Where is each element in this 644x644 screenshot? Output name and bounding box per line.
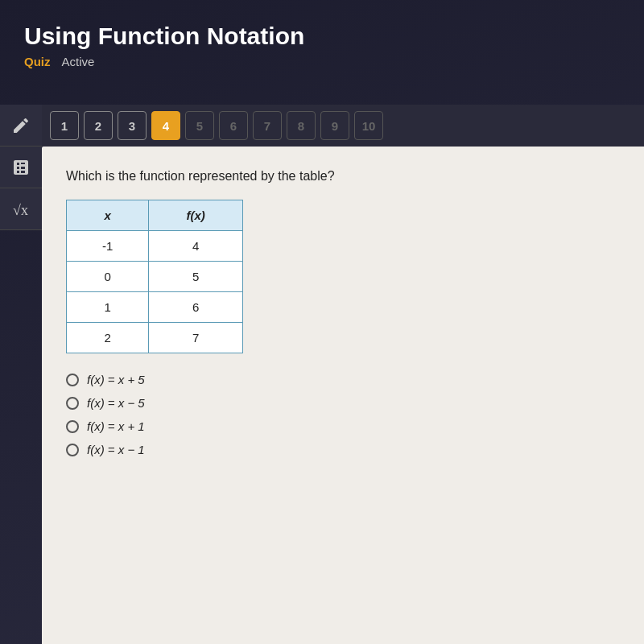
options-list: f(x) = x + 5f(x) = x − 5f(x) = x + 1f(x)… <box>66 373 620 456</box>
table-cell: 7 <box>149 323 243 353</box>
question-number-7[interactable]: 7 <box>253 111 282 140</box>
table-header-x: x <box>67 200 149 231</box>
question-number-3[interactable]: 3 <box>118 111 147 140</box>
function-table: x f(x) -14051627 <box>66 200 243 353</box>
number-bar: 12345678910 <box>42 105 644 147</box>
question-number-1[interactable]: 1 <box>50 111 79 140</box>
question-number-6[interactable]: 6 <box>219 111 248 140</box>
table-cell: 6 <box>149 292 243 323</box>
active-label: Active <box>62 55 95 68</box>
option-label-1: f(x) = x + 5 <box>87 373 145 386</box>
table-cell: 1 <box>67 292 149 323</box>
question-number-8[interactable]: 8 <box>287 111 316 140</box>
sqrt-icon[interactable]: √x <box>0 188 42 230</box>
option-row-1[interactable]: f(x) = x + 5 <box>66 373 620 386</box>
sidebar: √x <box>0 105 42 230</box>
calculator-icon[interactable] <box>0 147 42 188</box>
header: Using Function Notation Quiz Active <box>0 0 644 76</box>
page-title: Using Function Notation <box>24 23 620 50</box>
radio-button-1[interactable] <box>66 374 79 386</box>
main-content: Which is the function represented by the… <box>42 147 644 644</box>
table-row: 27 <box>67 323 243 353</box>
question-number-5[interactable]: 5 <box>185 111 214 140</box>
radio-button-4[interactable] <box>66 444 79 456</box>
table-row: 16 <box>67 292 243 323</box>
option-label-4: f(x) = x − 1 <box>87 443 145 456</box>
table-cell: 0 <box>67 262 149 292</box>
question-number-10[interactable]: 10 <box>354 111 383 140</box>
pencil-icon[interactable] <box>0 105 42 147</box>
option-label-3: f(x) = x + 1 <box>87 419 145 433</box>
table-cell: -1 <box>67 231 149 262</box>
radio-button-3[interactable] <box>66 420 79 433</box>
subtitle-row: Quiz Active <box>24 55 620 68</box>
question-number-9[interactable]: 9 <box>320 111 349 140</box>
quiz-label: Quiz <box>24 55 51 68</box>
svg-text:√x: √x <box>13 202 28 218</box>
question-number-4[interactable]: 4 <box>151 111 180 140</box>
table-row: 05 <box>67 262 243 292</box>
table-cell: 2 <box>67 323 149 353</box>
option-row-4[interactable]: f(x) = x − 1 <box>66 443 620 456</box>
question-number-2[interactable]: 2 <box>84 111 113 140</box>
radio-button-2[interactable] <box>66 397 79 410</box>
table-cell: 4 <box>149 231 243 262</box>
option-label-2: f(x) = x − 5 <box>87 396 145 410</box>
option-row-3[interactable]: f(x) = x + 1 <box>66 419 620 433</box>
table-row: -14 <box>67 231 243 262</box>
question-text: Which is the function represented by the… <box>66 169 620 184</box>
table-header-fx: f(x) <box>149 200 243 231</box>
option-row-2[interactable]: f(x) = x − 5 <box>66 396 620 410</box>
table-cell: 5 <box>149 262 243 292</box>
